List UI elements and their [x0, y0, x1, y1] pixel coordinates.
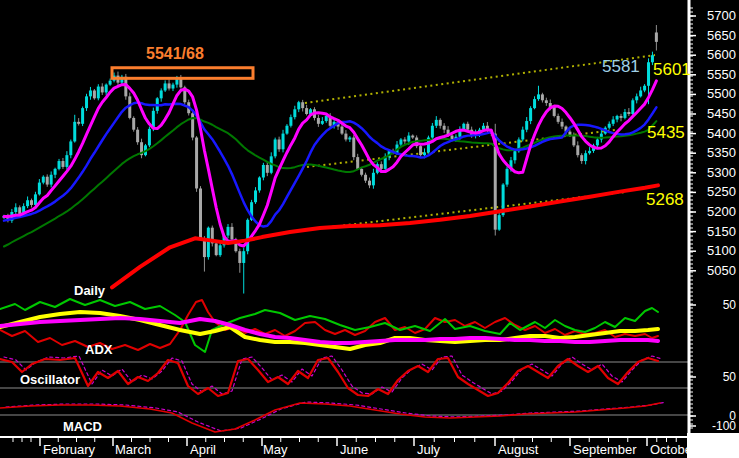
- candle-body: [655, 32, 658, 41]
- month-label: March: [115, 442, 151, 457]
- candle-body: [506, 169, 509, 185]
- candle-body: [368, 181, 371, 186]
- candle-body: [171, 85, 174, 89]
- candle-body: [498, 215, 501, 230]
- candle-body: [203, 239, 206, 257]
- price-axis-label: 5700: [700, 8, 736, 23]
- panel-label-adx: ADX: [85, 342, 112, 357]
- candle-body: [26, 200, 29, 206]
- candle-body: [572, 136, 575, 146]
- candle-body: [407, 136, 410, 142]
- candle-body: [297, 102, 300, 109]
- candle-body: [305, 108, 308, 114]
- price-axis-label: 5250: [700, 184, 736, 199]
- price-axis-label: 5400: [700, 126, 736, 141]
- indicator-axis-label: -100: [700, 419, 736, 433]
- candle-body: [215, 243, 218, 255]
- price-axis-label: 5450: [700, 106, 736, 121]
- candle-body: [61, 161, 64, 167]
- panel-label-macd: MACD: [63, 419, 102, 434]
- candle-body: [136, 130, 139, 143]
- candle-body: [399, 139, 402, 144]
- candle-body: [325, 116, 328, 121]
- month-label: August: [498, 442, 538, 457]
- month-label: October: [650, 442, 696, 457]
- resistance-zone-label: 5541/68: [146, 45, 204, 63]
- oscillator-line: [0, 358, 658, 396]
- candle-body: [242, 251, 245, 263]
- candle-body: [266, 165, 269, 173]
- candle-body: [344, 134, 347, 140]
- candle-body: [301, 102, 304, 108]
- candle-body: [439, 120, 442, 126]
- candle-body: [317, 118, 320, 124]
- candle-body: [89, 90, 92, 96]
- candle-body: [58, 161, 61, 169]
- indicator-axis-label: 50: [700, 370, 736, 384]
- candle-body: [384, 157, 387, 169]
- price-axis-label: 5050: [700, 263, 736, 278]
- candle-body: [419, 146, 422, 155]
- candle-body: [160, 90, 163, 98]
- candle-body: [18, 207, 21, 214]
- macd-signal-line: [6, 402, 666, 431]
- price-axis-label: 5600: [700, 47, 736, 62]
- month-label: June: [340, 442, 368, 457]
- price-tag: 5601: [653, 60, 691, 80]
- candle-body: [191, 113, 194, 137]
- candle-body: [293, 109, 296, 117]
- candle-body: [230, 227, 233, 240]
- candle-body: [360, 169, 363, 175]
- candle-body: [647, 62, 650, 86]
- candle-body: [85, 96, 88, 108]
- month-label: May: [263, 442, 288, 457]
- candle-body: [227, 227, 230, 236]
- price-tag: 5268: [646, 190, 684, 210]
- month-label: April: [190, 442, 216, 457]
- candle-body: [423, 152, 426, 155]
- candle-body: [42, 177, 45, 183]
- candle-body: [411, 136, 414, 138]
- candle-body: [109, 81, 112, 85]
- candle-body: [148, 129, 151, 145]
- candle-body: [321, 121, 324, 124]
- price-axis-label: 5350: [700, 145, 736, 160]
- candle-body: [101, 87, 104, 93]
- candle-body: [631, 100, 634, 114]
- candle-body: [643, 86, 646, 91]
- candle-body: [34, 194, 37, 205]
- month-label: September: [573, 442, 637, 457]
- candle-body: [199, 188, 202, 239]
- candle-body: [380, 164, 383, 169]
- candle-body: [348, 138, 351, 140]
- price-tag: 5581: [602, 57, 640, 77]
- candle-body: [635, 96, 638, 100]
- candle-body: [262, 165, 265, 178]
- candle-body: [403, 139, 406, 141]
- candle-body: [285, 126, 288, 134]
- price-axis-label: 5650: [700, 28, 736, 43]
- candle-body: [238, 251, 241, 263]
- candle-body: [372, 173, 375, 186]
- candle-body: [588, 151, 591, 153]
- candle-body: [356, 157, 359, 169]
- candle-body: [580, 155, 583, 161]
- candle-body: [258, 178, 261, 191]
- candle-body: [443, 126, 446, 130]
- price-tag: 5435: [647, 123, 685, 143]
- candle-body: [179, 79, 182, 88]
- candle-body: [254, 190, 257, 202]
- candle-body: [195, 138, 198, 189]
- candle-body: [513, 151, 516, 160]
- candle-body: [38, 183, 41, 195]
- candle-body: [529, 108, 532, 121]
- chart-window: Daily ADX Oscillator MACD 5541/68 5581 5…: [0, 0, 739, 458]
- candle-body: [608, 124, 611, 128]
- candle-body: [105, 85, 108, 93]
- candle-body: [612, 119, 615, 123]
- candle-body: [97, 87, 100, 99]
- resistance-zone-box: [112, 68, 253, 79]
- candle-body: [616, 116, 619, 120]
- candle-body: [282, 134, 285, 150]
- candle-body: [289, 117, 292, 126]
